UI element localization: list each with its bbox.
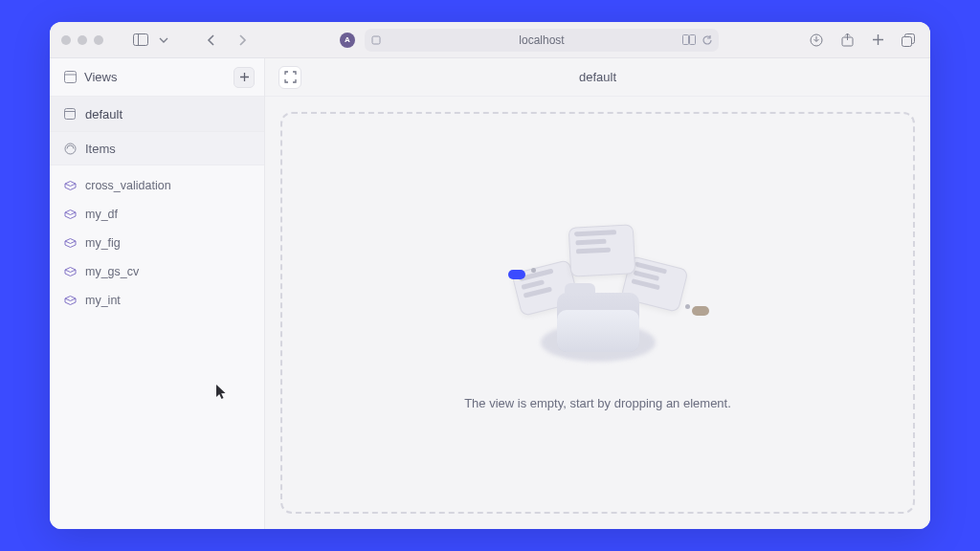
item-label: my_gs_cv [85,265,139,278]
sidebar-item-my-gs-cv[interactable]: my_gs_cv [50,257,264,286]
site-badge-icon[interactable]: A [340,33,355,48]
sidebar-view-default[interactable]: default [50,97,264,131]
empty-state-text: The view is empty, start by dropping an … [464,396,731,410]
drop-canvas[interactable]: The view is empty, start by dropping an … [280,112,915,514]
add-view-button[interactable] [234,67,255,88]
sidebar: Views default Items [50,58,265,529]
app-body: Views default Items [50,58,930,529]
item-label: my_df [85,208,118,221]
expand-view-button[interactable] [278,66,301,89]
sidebar-items-list: cross_validation my_df my_fig my_gs_cv m… [50,165,264,315]
svg-rect-4 [690,35,696,45]
item-icon [63,179,77,192]
browser-window: A localhost [50,22,930,529]
main-title: default [313,70,882,84]
view-item-icon [63,107,77,121]
sidebar-view-label: default [85,107,122,121]
item-label: cross_validation [85,179,171,192]
canvas-wrap: The view is empty, start by dropping an … [265,97,930,529]
main-header: default [265,58,930,97]
downloads-icon[interactable] [806,30,827,51]
privacy-icon [370,34,382,46]
window-traffic-lights[interactable] [61,35,103,45]
sidebar-header: Views [50,58,264,97]
reader-icon[interactable] [682,34,696,45]
sidebar-item-my-fig[interactable]: my_fig [50,229,264,257]
sidebar-item-my-int[interactable]: my_int [50,286,264,315]
svg-rect-9 [64,72,76,83]
address-text: localhost [519,33,564,47]
toolbar-right [806,30,919,51]
tabs-overview-icon[interactable] [898,30,919,51]
svg-rect-8 [902,36,912,46]
chevron-down-icon[interactable] [153,30,174,51]
item-icon [63,265,77,278]
empty-illustration [502,216,694,369]
address-bar-area: A localhost [262,29,796,52]
browser-toolbar: A localhost [50,22,930,58]
sidebar-items-header[interactable]: Items [50,131,264,165]
svg-rect-2 [372,36,380,44]
items-icon [63,142,77,155]
svg-rect-3 [683,35,689,45]
nav-back-icon[interactable] [201,30,222,51]
svg-rect-11 [65,109,76,120]
nav-forward-icon[interactable] [232,30,253,51]
item-icon [63,294,77,307]
address-bar[interactable]: localhost [365,29,719,52]
sidebar-toggle-icon[interactable] [130,30,151,51]
share-icon[interactable] [836,30,858,51]
item-icon [63,208,77,221]
reload-icon[interactable] [702,34,713,46]
item-icon [63,236,77,250]
views-icon [63,71,77,84]
svg-rect-0 [134,34,148,46]
sidebar-item-cross-validation[interactable]: cross_validation [50,171,264,200]
item-label: my_fig [85,236,121,250]
sidebar-items-title: Items [85,142,116,156]
new-tab-icon[interactable] [867,30,888,51]
sidebar-title: Views [84,70,117,84]
main-panel: default The view is empty, start by drop… [265,58,930,529]
item-label: my_int [85,294,121,307]
sidebar-item-my-df[interactable]: my_df [50,200,264,229]
